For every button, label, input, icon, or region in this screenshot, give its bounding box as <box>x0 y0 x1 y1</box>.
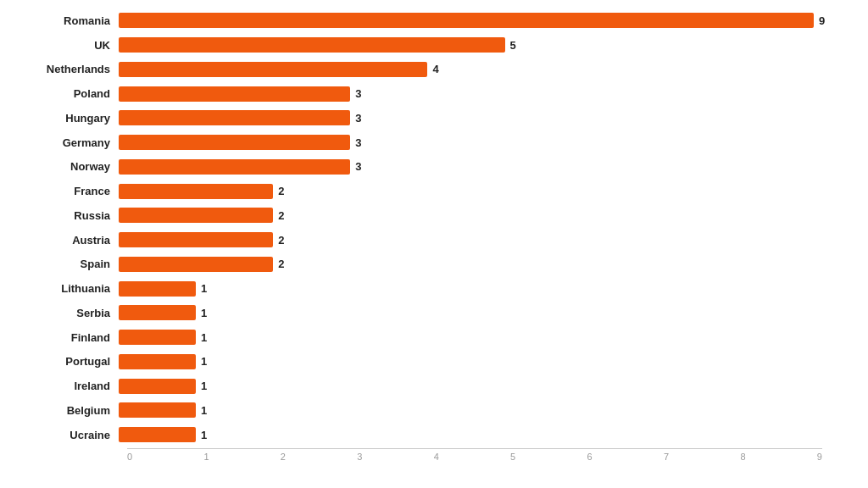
x-axis-labels: 0123456789 <box>127 452 822 462</box>
chart-container: Romania9UK5Netherlands4Poland3Hungary3Ge… <box>0 0 868 488</box>
bar-value: 1 <box>201 282 207 295</box>
bar-value: 3 <box>355 87 361 100</box>
bar-wrapper: 2 <box>119 232 817 247</box>
country-label: Portugal <box>8 355 119 368</box>
bar-row: Hungary3 <box>8 107 817 129</box>
x-tick-label: 4 <box>434 452 439 462</box>
bar <box>119 135 350 150</box>
country-label: Hungary <box>8 112 119 125</box>
bar <box>119 427 196 442</box>
bar-wrapper: 4 <box>119 62 817 77</box>
bar-row: Romania9 <box>8 9 817 31</box>
bar-wrapper: 1 <box>119 379 817 394</box>
bar-row: Norway3 <box>8 156 817 178</box>
bar-value: 3 <box>355 160 361 173</box>
bar-value: 1 <box>201 355 207 368</box>
bar <box>119 62 427 77</box>
bar-wrapper: 3 <box>119 159 817 175</box>
bar-value: 4 <box>432 63 438 75</box>
country-label: France <box>8 185 119 197</box>
bar <box>119 232 273 247</box>
bar-value: 1 <box>201 331 207 344</box>
bar <box>119 354 196 369</box>
x-axis <box>127 448 822 449</box>
bar-wrapper: 2 <box>119 208 817 223</box>
bar-wrapper: 3 <box>119 135 817 150</box>
country-label: Ucraine <box>8 429 119 441</box>
bar-wrapper: 9 <box>119 13 825 28</box>
country-label: Romania <box>8 14 119 27</box>
bar-wrapper: 3 <box>119 86 817 102</box>
bar <box>119 86 350 102</box>
bar-row: Serbia1 <box>8 302 817 324</box>
bar <box>119 184 273 199</box>
bar <box>119 37 505 53</box>
country-label: Austria <box>8 234 119 247</box>
bar-value: 5 <box>510 39 516 52</box>
country-label: Poland <box>8 87 119 100</box>
bar-row: Russia2 <box>8 204 817 226</box>
bar-wrapper: 2 <box>119 257 817 272</box>
x-tick-label: 5 <box>510 452 515 462</box>
x-tick-label: 9 <box>817 452 822 462</box>
x-tick-label: 0 <box>127 452 132 462</box>
bar-row: Ireland1 <box>8 375 817 397</box>
x-tick-label: 2 <box>281 452 286 462</box>
bar-wrapper: 1 <box>119 281 817 297</box>
bar-row: Belgium1 <box>8 399 817 421</box>
country-label: Belgium <box>8 404 119 417</box>
country-label: Serbia <box>8 307 119 319</box>
bar <box>119 330 196 345</box>
x-tick-label: 6 <box>587 452 593 462</box>
bar-wrapper: 1 <box>119 354 817 369</box>
bar-value: 1 <box>201 429 207 441</box>
x-tick-label: 8 <box>740 452 745 462</box>
bar-value: 1 <box>201 307 207 319</box>
bar <box>119 402 196 418</box>
bar-value: 2 <box>278 234 284 247</box>
bar-row: Portugal1 <box>8 351 817 373</box>
country-label: Spain <box>8 258 119 270</box>
bar-value: 1 <box>201 380 207 392</box>
bar-value: 1 <box>201 404 207 417</box>
bar <box>119 110 350 125</box>
bar <box>119 208 273 223</box>
bar <box>119 257 273 272</box>
country-label: Finland <box>8 331 119 344</box>
bar-row: UK5 <box>8 34 817 56</box>
bar-value: 3 <box>355 112 361 125</box>
bar-wrapper: 1 <box>119 305 817 320</box>
x-tick-label: 7 <box>664 452 669 462</box>
bar-row: Lithuania1 <box>8 278 817 300</box>
bar-row: Germany3 <box>8 131 817 153</box>
bar-value: 2 <box>278 185 284 197</box>
bar-row: Spain2 <box>8 253 817 275</box>
country-label: Lithuania <box>8 282 119 295</box>
bar <box>119 13 814 28</box>
bar-wrapper: 1 <box>119 402 817 418</box>
bar <box>119 379 196 394</box>
x-tick-label: 1 <box>203 452 209 462</box>
bar <box>119 159 350 175</box>
bar-value: 2 <box>278 209 284 222</box>
x-tick-label: 3 <box>357 452 362 462</box>
bar-row: Poland3 <box>8 83 817 105</box>
country-label: Netherlands <box>8 63 119 75</box>
bar-wrapper: 1 <box>119 427 817 442</box>
country-label: Russia <box>8 209 119 222</box>
bar-value: 2 <box>278 258 284 270</box>
country-label: UK <box>8 39 119 52</box>
bar-wrapper: 5 <box>119 37 817 53</box>
bar-value: 9 <box>819 14 825 27</box>
bar-wrapper: 1 <box>119 330 817 345</box>
bar <box>119 281 196 297</box>
bar-value: 3 <box>355 136 361 149</box>
country-label: Germany <box>8 136 119 149</box>
bar-row: Ucraine1 <box>8 424 817 446</box>
bar-wrapper: 2 <box>119 184 817 199</box>
bar-row: Finland1 <box>8 326 817 348</box>
bar-wrapper: 3 <box>119 110 817 125</box>
bar-row: Austria2 <box>8 229 817 251</box>
country-label: Norway <box>8 160 119 173</box>
bar-row: France2 <box>8 180 817 202</box>
